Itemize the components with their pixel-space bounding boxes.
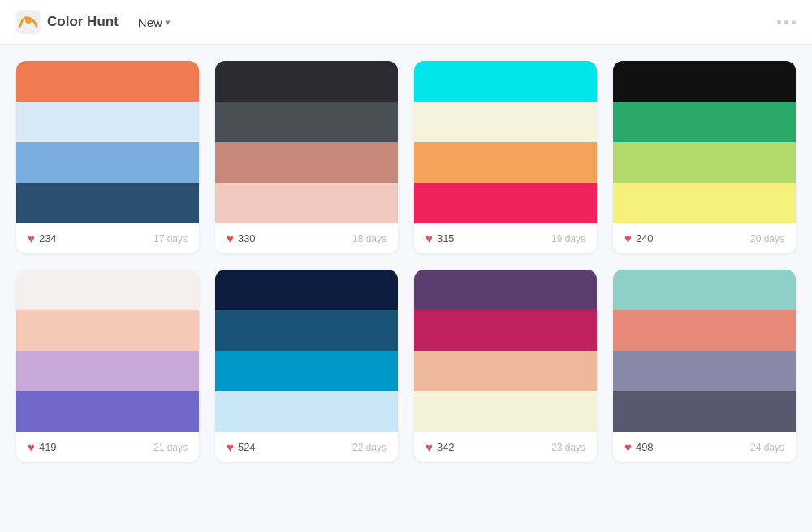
dot-3 [792, 20, 796, 24]
heart-icon: ♥ [227, 231, 234, 245]
swatch-2 [613, 142, 796, 183]
palette-footer: ♥24020 days [613, 223, 796, 253]
palette-card[interactable]: ♥41921 days [16, 270, 199, 462]
swatch-3 [613, 391, 796, 432]
palette-card[interactable]: ♥34223 days [414, 270, 597, 462]
like-count: 524 [238, 441, 256, 453]
swatch-0 [414, 61, 597, 102]
logo-text: Color Hunt [47, 14, 119, 30]
swatch-1 [613, 102, 796, 142]
heart-icon: ♥ [425, 440, 433, 454]
heart-icon: ♥ [624, 231, 632, 245]
palette-footer: ♥49824 days [613, 432, 796, 462]
palette-swatches [414, 61, 597, 223]
like-count: 234 [39, 232, 57, 244]
chevron-down-icon: ▾ [166, 17, 171, 28]
palette-grid: ♥23417 days♥33018 days♥31519 days♥24020 … [0, 45, 812, 478]
swatch-1 [215, 102, 398, 142]
logo-icon [16, 10, 41, 34]
swatch-0 [215, 61, 398, 102]
like-count: 419 [39, 441, 57, 453]
palette-card[interactable]: ♥23417 days [16, 61, 199, 253]
header: Color Hunt New ▾ [0, 0, 812, 45]
heart-icon: ♥ [624, 440, 632, 454]
heart-icon: ♥ [425, 231, 433, 245]
heart-icon: ♥ [28, 231, 35, 245]
palette-footer: ♥33018 days [215, 223, 398, 253]
days-ago: 20 days [750, 233, 784, 244]
like-count: 315 [437, 232, 455, 244]
swatch-0 [215, 270, 398, 310]
swatch-3 [613, 183, 796, 223]
palette-card[interactable]: ♥49824 days [613, 270, 796, 462]
swatch-1 [215, 310, 398, 351]
nav-label: New [138, 15, 162, 29]
likes[interactable]: ♥330 [227, 231, 256, 245]
swatch-1 [613, 310, 796, 351]
days-ago: 18 days [352, 233, 387, 244]
heart-icon: ♥ [227, 440, 234, 454]
swatch-0 [16, 61, 199, 102]
likes[interactable]: ♥315 [425, 231, 455, 245]
swatch-0 [613, 61, 796, 102]
swatch-3 [215, 391, 398, 432]
palette-footer: ♥31519 days [414, 223, 597, 253]
svg-point-1 [25, 17, 32, 24]
likes[interactable]: ♥524 [227, 440, 256, 454]
swatch-2 [16, 142, 199, 183]
days-ago: 19 days [551, 233, 585, 244]
swatch-3 [414, 391, 597, 432]
logo-area[interactable]: Color Hunt [16, 10, 119, 34]
days-ago: 17 days [153, 233, 188, 244]
swatch-0 [613, 270, 796, 310]
likes[interactable]: ♥240 [624, 231, 654, 245]
swatch-2 [16, 351, 199, 391]
days-ago: 21 days [153, 442, 188, 453]
nav-dropdown[interactable]: New ▾ [132, 12, 177, 32]
palette-swatches [215, 61, 398, 223]
dot-2 [784, 20, 788, 24]
like-count: 330 [238, 232, 256, 244]
header-dots[interactable] [777, 20, 796, 24]
swatch-0 [16, 270, 199, 310]
likes[interactable]: ♥498 [624, 440, 654, 454]
palette-card[interactable]: ♥31519 days [414, 61, 597, 253]
days-ago: 22 days [352, 442, 387, 453]
swatch-3 [215, 183, 398, 223]
swatch-1 [414, 102, 597, 142]
swatch-1 [16, 310, 199, 351]
palette-swatches [215, 270, 398, 432]
swatch-2 [613, 351, 796, 391]
palette-card[interactable]: ♥52422 days [215, 270, 398, 462]
palette-footer: ♥34223 days [414, 432, 597, 462]
palette-card[interactable]: ♥33018 days [215, 61, 398, 253]
like-count: 342 [437, 441, 455, 453]
swatch-2 [414, 351, 597, 391]
palette-swatches [613, 270, 796, 432]
swatch-1 [414, 310, 597, 351]
swatch-2 [215, 142, 398, 183]
swatch-1 [16, 102, 199, 142]
swatch-3 [414, 183, 597, 223]
palette-footer: ♥23417 days [16, 223, 199, 253]
likes[interactable]: ♥419 [28, 440, 57, 454]
dot-1 [777, 20, 781, 24]
palette-swatches [414, 270, 597, 432]
likes[interactable]: ♥342 [425, 440, 455, 454]
swatch-2 [215, 351, 398, 391]
palette-card[interactable]: ♥24020 days [613, 61, 796, 253]
swatch-3 [16, 391, 199, 432]
swatch-0 [414, 270, 597, 310]
palette-footer: ♥41921 days [16, 432, 199, 462]
likes[interactable]: ♥234 [28, 231, 57, 245]
swatch-2 [414, 142, 597, 183]
palette-footer: ♥52422 days [215, 432, 398, 462]
days-ago: 24 days [750, 442, 784, 453]
like-count: 498 [636, 441, 654, 453]
days-ago: 23 days [551, 442, 585, 453]
swatch-3 [16, 183, 199, 223]
palette-swatches [16, 61, 199, 223]
palette-swatches [16, 270, 199, 432]
like-count: 240 [636, 232, 654, 244]
palette-swatches [613, 61, 796, 223]
